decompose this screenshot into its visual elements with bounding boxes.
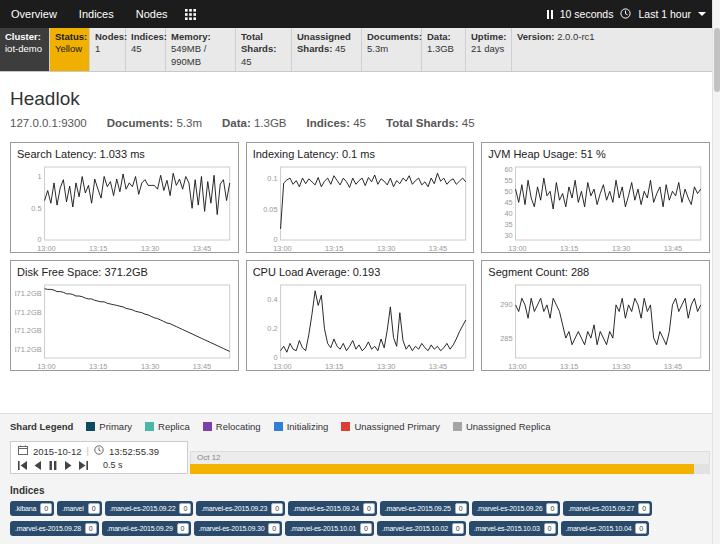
index-badge-row: .marvel-es-2015.09.280.marvel-es-2015.09… — [10, 521, 710, 536]
index-badge[interactable]: .marvel-es-2015.09.250 — [380, 501, 469, 516]
timeline-bar[interactable] — [190, 464, 710, 474]
scrollbar[interactable] — [712, 0, 720, 544]
apps-grid-icon[interactable] — [185, 9, 196, 20]
shard-count-badge: 0 — [455, 503, 467, 514]
shard-count-badge: 0 — [544, 523, 556, 534]
svg-text:13:30: 13:30 — [141, 244, 159, 253]
chart-search-latency: Search Latency: 1.033 ms 10.5013:0013:15… — [10, 142, 239, 253]
legend-swatch — [341, 422, 350, 431]
svg-text:13:00: 13:00 — [509, 244, 527, 253]
index-badge[interactable]: .marvel-es-2015.09.270 — [563, 501, 652, 516]
timeline-axis: Oct 12 — [190, 451, 710, 464]
timeline-date: 2015-10-12 — [33, 446, 82, 457]
play-button[interactable] — [64, 461, 72, 470]
shard-count-badge: 0 — [363, 503, 375, 514]
step-back-button[interactable] — [34, 461, 42, 470]
legend-item-unassigned-replica: Unassigned Replica — [453, 421, 551, 432]
nav-item-nodes[interactable]: Nodes — [125, 0, 179, 28]
node-stat: Total Shards: 45 — [386, 117, 475, 129]
shard-count-badge: 0 — [360, 523, 372, 534]
chart-cpu-load-average: CPU Load Average: 0.193 0.40.2013:0013:1… — [246, 260, 475, 371]
shard-count-badge: 0 — [40, 503, 52, 514]
index-badge[interactable]: .marvel-es-2015.09.280 — [10, 521, 99, 536]
index-badge[interactable]: .marvel-es-2015.10.010 — [285, 521, 374, 536]
index-badge[interactable]: .marvel-es-2015.09.290 — [102, 521, 191, 536]
index-badge[interactable]: .marvel-es-2015.10.030 — [469, 521, 558, 536]
cluster-cell-uptime: Uptime: 21 days — [466, 28, 512, 71]
shard-count-badge: 0 — [179, 503, 191, 514]
index-badge[interactable]: .marvel-es-2015.09.260 — [472, 501, 561, 516]
svg-text:13:00: 13:00 — [37, 362, 55, 371]
chart-jvm-heap-usage: JVM Heap Usage: 51 % 6055504540353013:00… — [481, 142, 710, 253]
svg-text:13:45: 13:45 — [664, 362, 682, 371]
chart-canvas: 0.10.05013:0013:1513:3013:45 — [251, 162, 470, 254]
timeline-datetime: 2015-10-12 | 13:52:55.39 — [18, 445, 180, 457]
svg-text:13:00: 13:00 — [273, 362, 291, 371]
timeline-time: 13:52:55.39 — [109, 446, 159, 457]
node-stat: Documents: 5.3m — [107, 117, 202, 129]
svg-text:0.5: 0.5 — [31, 204, 41, 213]
svg-text:371.2GB: 371.2GB — [15, 326, 42, 335]
svg-text:35: 35 — [505, 220, 513, 229]
nav-right: 10 seconds Last 1 hour — [547, 8, 706, 21]
index-badge[interactable]: .marvel-es-2015.10.020 — [377, 521, 466, 536]
charts-grid: Search Latency: 1.033 ms 10.5013:0013:15… — [10, 142, 710, 371]
scrollbar-thumb[interactable] — [714, 28, 720, 92]
pause-button[interactable] — [49, 461, 57, 470]
svg-text:13:00: 13:00 — [509, 362, 527, 371]
refresh-interval-button[interactable]: 10 seconds — [560, 8, 614, 20]
nav-item-overview[interactable]: Overview — [0, 0, 68, 28]
timeline-track[interactable]: Oct 12 — [190, 441, 710, 474]
separator: | — [87, 446, 89, 456]
shard-count-badge: 0 — [268, 523, 280, 534]
skip-to-start-button[interactable] — [18, 461, 27, 470]
index-badge[interactable]: .marvel-es-2015.09.240 — [288, 501, 377, 516]
nav-left: Overview Indices Nodes — [0, 0, 196, 28]
svg-text:13:00: 13:00 — [273, 244, 291, 253]
chart-title: Indexing Latency: 0.1 ms — [253, 148, 470, 160]
timeline-progress[interactable] — [190, 464, 694, 474]
chart-title: Search Latency: 1.033 ms — [17, 148, 234, 160]
svg-text:371.2GB: 371.2GB — [15, 289, 42, 298]
nav-item-indices[interactable]: Indices — [68, 0, 125, 28]
shard-count-badge: 0 — [546, 503, 558, 514]
index-badge[interactable]: .marvel-es-2015.10.040 — [561, 521, 650, 536]
svg-text:13:45: 13:45 — [428, 362, 446, 371]
legend-item-unassigned-primary: Unassigned Primary — [341, 421, 440, 432]
svg-text:13:15: 13:15 — [325, 362, 343, 371]
svg-text:55: 55 — [505, 176, 513, 185]
index-badge[interactable]: .kibana0 — [10, 501, 54, 516]
cluster-cell-status: Status: Yellow — [50, 28, 90, 71]
chart-title: Disk Free Space: 371.2GB — [17, 266, 234, 278]
index-badge[interactable]: .marvel-es-2015.09.220 — [105, 501, 194, 516]
time-range-button[interactable]: Last 1 hour — [638, 8, 691, 20]
calendar-icon — [18, 445, 28, 457]
legend-swatch — [274, 422, 283, 431]
svg-text:13:45: 13:45 — [664, 244, 682, 253]
legend-item-replica: Replica — [145, 421, 190, 432]
index-badge[interactable]: .marvel-es-2015.09.230 — [196, 501, 285, 516]
shard-count-badge: 0 — [271, 503, 283, 514]
svg-text:290: 290 — [501, 300, 513, 309]
timeline-playback: 0.5 s — [18, 460, 180, 470]
cluster-cell-cluster: Cluster: iot-demo — [0, 28, 50, 71]
svg-text:13:30: 13:30 — [377, 244, 395, 253]
cluster-cell-memory: Memory: 549MB / 990MB — [166, 28, 236, 71]
chart-title: CPU Load Average: 0.193 — [253, 266, 470, 278]
legend-swatch — [453, 422, 462, 431]
index-badge[interactable]: .marvel-es-2015.09.300 — [194, 521, 283, 536]
chart-canvas: 29028513:0013:1513:3013:45 — [486, 280, 705, 372]
cluster-cell-unassigned-shards: Unassigned Shards: 45 — [292, 28, 362, 71]
cluster-bar: Cluster: iot-demoStatus: YellowNodes: 1I… — [0, 28, 720, 72]
svg-text:13:15: 13:15 — [560, 362, 578, 371]
legend-swatch — [86, 422, 95, 431]
skip-to-end-button[interactable] — [79, 461, 88, 470]
node-name: Headlok — [10, 88, 710, 110]
node-stats: 127.0.0.1:9300 Documents: 5.3mData: 1.3G… — [10, 117, 710, 129]
svg-text:0.2: 0.2 — [267, 324, 277, 333]
svg-text:0.05: 0.05 — [263, 205, 277, 214]
node-address: 127.0.0.1:9300 — [10, 117, 87, 129]
cluster-cell-version: Version: 2.0.0-rc1 — [512, 28, 720, 71]
pause-icon[interactable] — [547, 10, 553, 19]
index-badge[interactable]: .marvel0 — [57, 501, 101, 516]
